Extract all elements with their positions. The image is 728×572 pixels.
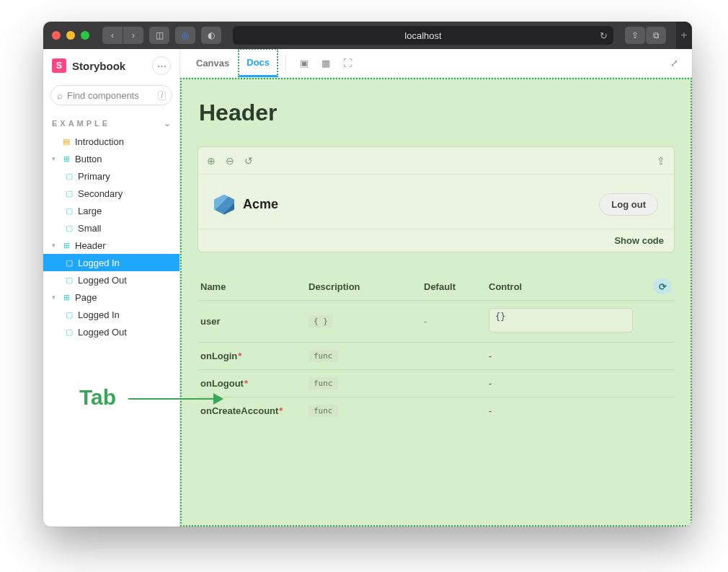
nav-tree: ▤Introduction ▾⊞Button ▢Primary ▢Seconda… — [43, 133, 179, 340]
new-tab-button[interactable]: + — [676, 22, 692, 49]
nav-button[interactable]: ▾⊞Button — [43, 150, 179, 167]
nav-header[interactable]: ▾⊞Header — [43, 237, 179, 254]
zoom-out-icon[interactable]: ⊖ — [226, 155, 234, 167]
nav-button-primary[interactable]: ▢Primary — [43, 167, 179, 185]
arg-control: - — [489, 378, 672, 389]
nav-page[interactable]: ▾⊞Page — [43, 289, 179, 306]
arg-control: - — [489, 351, 672, 361]
acme-logo-icon — [214, 195, 234, 215]
arg-row-onlogin: onLogin* func - — [197, 342, 675, 369]
main-panel: Canvas Docs ▣ ▦ ⛶ ⤢ Header ⊕ ⊖ ↺ — [180, 49, 692, 527]
col-control: Control — [489, 281, 653, 292]
nav-forward-button[interactable]: › — [123, 27, 143, 44]
arg-type-badge: { } — [308, 315, 333, 327]
traffic-lights — [52, 31, 89, 40]
nav-page-logged-out[interactable]: ▢Logged Out — [43, 323, 179, 340]
docs-scroll[interactable]: Header ⊕ ⊖ ↺ ⇪ Acme Log out — [180, 78, 692, 527]
preview-body: Acme Log out — [198, 175, 674, 229]
required-marker: * — [244, 378, 248, 389]
annotation-label: Tab — [79, 385, 116, 410]
reset-controls-icon[interactable]: ⟳ — [653, 278, 672, 294]
nav-button-small[interactable]: ▢Small — [43, 219, 179, 237]
col-desc: Description — [308, 281, 424, 292]
tab-docs[interactable]: Docs — [238, 49, 278, 77]
arg-control-input[interactable] — [489, 308, 633, 333]
nav-button-large[interactable]: ▢Large — [43, 202, 179, 219]
sidebar: S Storybook ⋯ ⌕ Find components / EXAMPL… — [43, 49, 180, 527]
shield-icon[interactable]: ◎ — [175, 27, 195, 44]
search-shortcut: / — [158, 91, 166, 100]
collapse-icon[interactable]: ⌄ — [164, 118, 171, 128]
logout-button[interactable]: Log out — [599, 193, 658, 216]
nav-header-logged-in[interactable]: ▢Logged In — [43, 254, 179, 271]
arg-name: onLogout — [200, 378, 244, 389]
divider — [285, 56, 286, 71]
arg-name: onLogin — [200, 351, 237, 361]
nav-header-logged-out[interactable]: ▢Logged Out — [43, 271, 179, 289]
nav-introduction[interactable]: ▤Introduction — [43, 133, 179, 150]
browser-titlebar: ‹ › ◫ ◎ ◐ localhost ↻ ⇪ ⧉ + — [43, 22, 692, 49]
close-window-icon[interactable] — [52, 31, 61, 40]
storybook-app: S Storybook ⋯ ⌕ Find components / EXAMPL… — [43, 49, 692, 527]
fullscreen-icon[interactable]: ⤢ — [666, 56, 682, 71]
reload-icon[interactable]: ↻ — [600, 30, 608, 41]
search-icon: ⌕ — [57, 90, 63, 101]
brand-name: Storybook — [72, 60, 125, 72]
preview-toolbar: ⊕ ⊖ ↺ ⇪ — [198, 147, 674, 175]
args-table-header: Name Description Default Control ⟳ — [197, 273, 675, 300]
nav-button-secondary[interactable]: ▢Secondary — [43, 185, 179, 202]
arg-row-user: user { } - — [197, 300, 675, 342]
sidebar-menu-button[interactable]: ⋯ — [152, 56, 171, 75]
share-icon[interactable]: ⇪ — [625, 27, 645, 44]
arg-type-badge: func — [308, 350, 338, 362]
address-bar[interactable]: localhost ↻ — [233, 26, 613, 45]
col-default: Default — [424, 281, 489, 292]
component-brand: Acme — [243, 197, 278, 212]
canvas-toolbar: Canvas Docs ▣ ▦ ⛶ ⤢ — [180, 49, 692, 78]
minimize-window-icon[interactable] — [66, 31, 75, 40]
privacy-icon[interactable]: ◐ — [201, 27, 221, 44]
col-name: Name — [200, 281, 308, 292]
show-code-button[interactable]: Show code — [614, 235, 664, 246]
search-input[interactable]: ⌕ Find components / — [50, 85, 172, 105]
arg-row-onlogout: onLogout* func - — [197, 369, 675, 397]
annotation-arrow-icon — [128, 398, 222, 400]
arg-default: - — [424, 316, 489, 327]
sidebar-toggle-button[interactable]: ◫ — [149, 27, 169, 44]
nav-back-button[interactable]: ‹ — [102, 27, 123, 44]
arg-name: user — [200, 316, 220, 327]
tab-canvas[interactable]: Canvas — [187, 49, 238, 78]
zoom-reset-icon[interactable]: ↺ — [244, 155, 253, 167]
search-placeholder: Find components — [67, 90, 139, 101]
page-title: Header — [199, 100, 675, 126]
tabs-icon[interactable]: ⧉ — [646, 27, 666, 44]
section-label: EXAMPLE — [52, 119, 110, 128]
storybook-logo-icon: S — [52, 58, 66, 73]
open-external-icon[interactable]: ⇪ — [657, 155, 665, 167]
required-marker: * — [238, 351, 241, 361]
outline-addon-icon[interactable]: ⛶ — [339, 56, 355, 71]
browser-window: ‹ › ◫ ◎ ◐ localhost ↻ ⇪ ⧉ + S Storybook … — [43, 22, 692, 527]
arg-name: onCreateAccount — [200, 405, 278, 416]
grid-addon-icon[interactable]: ▦ — [318, 56, 334, 71]
zoom-in-icon[interactable]: ⊕ — [207, 155, 216, 167]
maximize-window-icon[interactable] — [81, 31, 89, 40]
section-heading[interactable]: EXAMPLE ⌄ — [43, 114, 179, 133]
story-preview-card: ⊕ ⊖ ↺ ⇪ Acme Log out Show code — [197, 146, 675, 252]
docs-area: Header ⊕ ⊖ ↺ ⇪ Acme Log out — [180, 78, 692, 527]
arg-type-badge: func — [308, 405, 338, 417]
address-text: localhost — [404, 30, 441, 41]
required-marker: * — [279, 405, 283, 416]
arg-row-oncreateaccount: onCreateAccount* func - — [197, 397, 675, 424]
image-addon-icon[interactable]: ▣ — [296, 56, 312, 71]
arg-type-badge: func — [308, 377, 338, 390]
arg-control: - — [489, 405, 672, 416]
nav-page-logged-in[interactable]: ▢Logged In — [43, 306, 179, 323]
